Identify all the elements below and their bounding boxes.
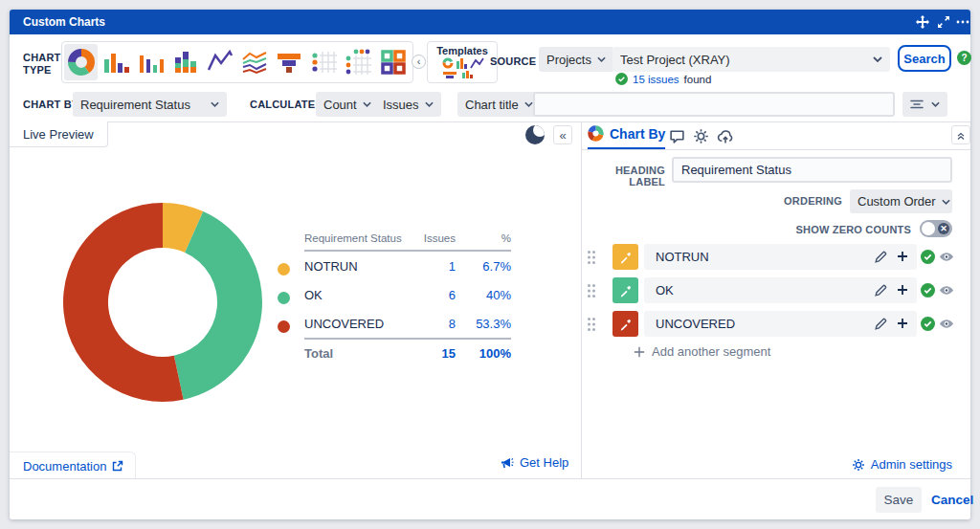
segment-color-picker[interactable] (612, 277, 638, 303)
heading-label-input[interactable] (672, 157, 952, 183)
segment-row: NOTRUN (581, 244, 970, 270)
chart-by-dropdown[interactable]: Requirement Status (73, 92, 227, 117)
show-zero-counts-label: SHOW ZERO COUNTS (795, 224, 911, 235)
heading-label: HEADING LABEL (581, 165, 665, 187)
issues-found-link[interactable]: 15 issues (633, 74, 679, 85)
ordering-label: ORDERING (784, 195, 842, 207)
chart-type-strip (61, 41, 413, 83)
templates-label: Templates (428, 45, 497, 56)
chart-type-table-icon[interactable] (307, 44, 341, 80)
more-options-icon[interactable] (955, 14, 970, 30)
calculate-dropdown[interactable]: Count (316, 92, 379, 117)
toggle-off-icon: ✕ (938, 223, 949, 234)
add-segment-button[interactable]: Add another segment (634, 344, 770, 359)
align-options-icon (910, 99, 924, 110)
chart-type-label: CHARTTYPE (23, 52, 61, 77)
segment-valid-icon (921, 250, 936, 265)
move-icon[interactable] (915, 14, 930, 30)
chart-type-tiles-icon[interactable] (377, 44, 411, 80)
chevron-down-icon (931, 101, 940, 107)
chart-title-input[interactable] (533, 92, 895, 117)
segment-row: UNCOVERED (581, 311, 970, 337)
chart-type-line-icon[interactable] (203, 44, 236, 80)
chart-type-donut-icon[interactable] (64, 44, 98, 80)
add-value-icon[interactable] (896, 283, 909, 299)
drag-handle-icon[interactable] (587, 283, 596, 302)
donut-chart (56, 195, 270, 409)
chart-type-pivot-icon[interactable] (342, 44, 375, 80)
projects-dropdown[interactable]: Projects (539, 47, 613, 72)
get-help-link[interactable]: Get Help (500, 455, 568, 470)
add-value-icon[interactable] (896, 250, 909, 266)
expand-icon[interactable] (936, 14, 951, 30)
documentation-link[interactable]: Documentation (10, 452, 136, 479)
chart-type-stacked-bar-icon[interactable] (168, 44, 202, 80)
external-link-icon (112, 460, 123, 472)
drag-handle-icon[interactable] (587, 317, 596, 336)
collapse-panel-icon[interactable] (951, 125, 970, 144)
show-zero-counts-toggle[interactable]: ✕ (920, 220, 952, 237)
eyedropper-icon (619, 318, 633, 331)
segment-name-bar[interactable]: UNCOVERED (644, 311, 917, 337)
segment-color-picker[interactable] (612, 244, 638, 270)
issues-found-status: 15 issues found (615, 73, 711, 85)
tab-chart-by[interactable]: Chart By (588, 125, 665, 149)
chart-type-multiline-icon[interactable] (237, 44, 271, 80)
collapse-preview-icon[interactable]: « (553, 125, 572, 144)
chart-type-funnel-icon[interactable] (273, 44, 306, 80)
issues-found-suffix: found (684, 74, 712, 85)
chart-type-column-icon[interactable] (134, 44, 167, 80)
table-row: UNCOVERED 8 53.3% (304, 309, 511, 338)
admin-gear-icon (852, 458, 865, 472)
calculate-label: CALCULATE (250, 99, 315, 110)
segment-row: OK (581, 277, 970, 303)
segment-name-bar[interactable]: OK (644, 277, 917, 303)
eyedropper-icon (619, 251, 633, 264)
collapse-type-strip-icon[interactable]: ‹ (412, 55, 426, 69)
chart-title-dropdown[interactable]: Chart title (457, 92, 541, 117)
eyedropper-icon (619, 284, 633, 298)
toggle-knob (922, 222, 935, 235)
edit-segment-icon[interactable] (874, 250, 888, 267)
chart-options-button[interactable] (902, 92, 947, 117)
save-button[interactable]: Save (876, 487, 922, 513)
segment-visibility-icon[interactable] (939, 250, 954, 265)
segment-color-picker[interactable] (612, 311, 638, 337)
ordering-dropdown[interactable]: Custom Order (850, 189, 952, 213)
help-icon[interactable]: ? (957, 51, 971, 65)
segment-visibility-icon[interactable] (939, 283, 954, 298)
megaphone-icon (500, 456, 514, 470)
legend-table-header: Requirement Status Issues % (304, 232, 511, 252)
search-button[interactable]: Search (898, 45, 951, 72)
project-select[interactable]: Test Project (XRAY) (612, 47, 890, 72)
legend-dot (278, 320, 290, 333)
cancel-button[interactable]: Cancel (931, 493, 973, 507)
legend-dot (278, 263, 290, 276)
settings-tab-icon[interactable] (693, 128, 709, 144)
add-value-icon[interactable] (896, 317, 909, 333)
templates-button[interactable]: Templates (427, 41, 498, 83)
table-row: OK 6 40% (304, 280, 511, 309)
edit-segment-icon[interactable] (874, 283, 888, 300)
admin-settings-link[interactable]: Admin settings (852, 457, 952, 472)
calculate-unit-dropdown[interactable]: Issues (375, 92, 441, 117)
templates-preview-icon (440, 56, 484, 79)
segment-visibility-icon[interactable] (939, 317, 954, 332)
dark-mode-icon[interactable] (524, 124, 546, 145)
cloud-upload-tab-icon[interactable] (717, 128, 733, 144)
chart-by-tab-label: Chart By (610, 126, 665, 142)
footer-divider (10, 478, 970, 479)
drag-handle-icon[interactable] (587, 250, 596, 269)
live-preview-tab: Live Preview (10, 121, 108, 147)
chart-type-bar-icon[interactable] (99, 44, 132, 80)
plus-icon (634, 346, 645, 358)
table-row: NOTRUN 1 6.7% (304, 252, 511, 280)
segment-name-bar[interactable]: NOTRUN (644, 244, 917, 270)
comments-tab-icon[interactable] (669, 128, 685, 144)
chart-by-donut-icon (588, 125, 604, 142)
table-total-row: Total 15 100% (304, 338, 511, 366)
gadget-titlebar: Custom Charts (10, 10, 970, 34)
check-circle-icon (615, 73, 628, 85)
chart-by-label: CHART BY (23, 99, 78, 110)
edit-segment-icon[interactable] (874, 317, 888, 334)
